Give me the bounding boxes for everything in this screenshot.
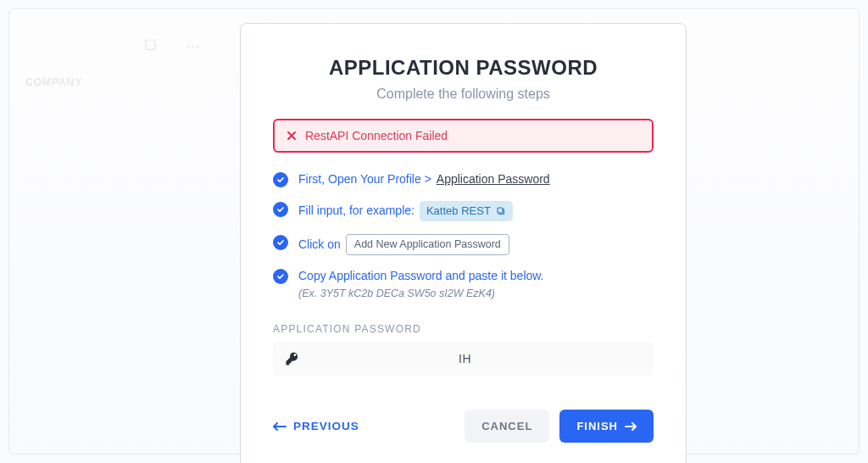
previous-button[interactable]: PREVIOUS bbox=[273, 420, 359, 432]
application-password-link[interactable]: Application Password bbox=[437, 171, 550, 188]
step-2: Fill input, for example: Katteb REST bbox=[273, 201, 654, 221]
check-icon bbox=[273, 202, 288, 217]
step-1-text: First, Open Your Profile > bbox=[298, 171, 431, 188]
step-4-text: Copy Application Password and paste it b… bbox=[298, 269, 544, 282]
application-password-modal: APPLICATION PASSWORD Complete the follow… bbox=[240, 23, 687, 463]
error-alert: RestAPI Connection Failed bbox=[273, 119, 654, 153]
check-icon bbox=[273, 235, 288, 250]
example-pill[interactable]: Katteb REST bbox=[420, 201, 513, 221]
step-3: Click on Add New Application Password bbox=[273, 234, 654, 256]
step-4-example: (Ex. 3Y5T kC2b DECa SW5o sI2W EzK4) bbox=[298, 287, 544, 302]
previous-button-label: PREVIOUS bbox=[293, 420, 359, 432]
check-icon bbox=[273, 269, 288, 284]
modal-title: APPLICATION PASSWORD bbox=[273, 56, 654, 80]
password-input-wrap[interactable] bbox=[273, 342, 654, 376]
add-new-application-password-example: Add New Application Password bbox=[346, 234, 509, 256]
step-1: First, Open Your Profile > Application P… bbox=[273, 171, 654, 188]
check-icon bbox=[273, 172, 288, 187]
arrow-right-icon bbox=[625, 422, 637, 431]
application-password-input[interactable] bbox=[309, 352, 642, 365]
bg-sidebar-label: COMPANY bbox=[25, 76, 82, 88]
modal-footer: PREVIOUS CANCEL FINISH bbox=[273, 410, 654, 443]
bg-icon-2: ⋯ bbox=[186, 38, 200, 54]
key-icon bbox=[285, 351, 300, 366]
arrow-left-icon bbox=[273, 421, 287, 432]
step-2-text: Fill input, for example: bbox=[298, 203, 415, 220]
modal-subtitle: Complete the following steps bbox=[273, 86, 654, 102]
copy-icon bbox=[496, 206, 506, 216]
step-4: Copy Application Password and paste it b… bbox=[273, 268, 654, 301]
bg-icon-1: ▢ bbox=[144, 36, 157, 52]
cancel-button[interactable]: CANCEL bbox=[465, 410, 549, 443]
error-alert-text: RestAPI Connection Failed bbox=[305, 129, 448, 142]
step-3-text: Click on bbox=[298, 237, 341, 254]
password-field-label: APPLICATION PASSWORD bbox=[273, 323, 654, 335]
close-icon bbox=[287, 131, 297, 141]
example-pill-label: Katteb REST bbox=[426, 204, 491, 219]
svg-rect-1 bbox=[498, 208, 503, 213]
finish-button-label: FINISH bbox=[576, 420, 618, 432]
finish-button[interactable]: FINISH bbox=[559, 410, 654, 443]
cancel-button-label: CANCEL bbox=[481, 420, 532, 432]
